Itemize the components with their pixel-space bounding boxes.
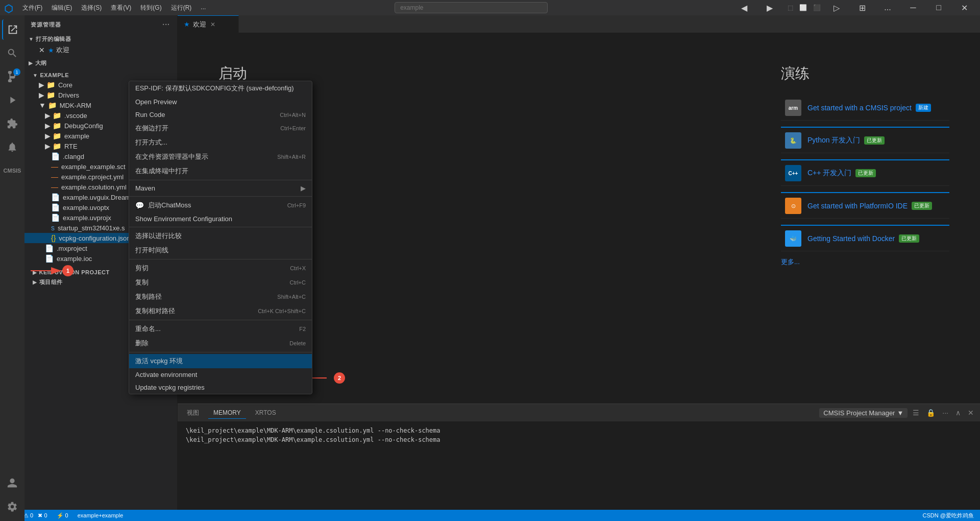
menu-run[interactable]: 运行(R) [167,2,196,14]
sidebar-title: 资源管理器 [31,21,61,29]
activity-settings[interactable] [2,496,22,517]
ctx-chatmoss[interactable]: 💬 启动ChatMoss Ctrl+F9 [129,198,312,212]
ctx-copy[interactable]: 复制 Ctrl+C [129,275,312,290]
status-csdn[interactable]: CSDN @爱吃炸鸡鱼 [921,512,976,519]
activity-notifications[interactable] [2,137,22,157]
ctx-copy-path-label: 复制路径 [135,292,277,301]
terminal-collapse-icon[interactable]: ∧ [953,408,963,418]
nav-forward[interactable]: ▶ [758,0,781,15]
terminal-line-2: \keil_project\example\MDK-ARM\example.cs… [186,435,972,444]
terminal-tab-memory[interactable]: MEMORY [208,407,246,419]
ctx-copy-label: 复制 [135,278,290,287]
terminal-menu-icon[interactable]: ☰ [911,408,921,418]
status-sync[interactable]: ⚡ 0 [55,512,70,519]
ctx-copy-path-shortcut: Shift+Alt+C [277,294,306,300]
file-icon-sct: — [51,162,58,171]
maximize-button[interactable]: □ [927,0,950,15]
activity-run[interactable] [2,90,22,110]
menu-select[interactable]: 选择(S) [77,2,106,14]
menu-more[interactable]: ... [197,2,210,14]
folder-icon-example: ▶ 📁 [45,132,61,140]
search-input[interactable] [395,2,548,13]
ctx-run-code[interactable]: Run Code Ctrl+Alt+N [129,108,312,121]
folder-icon-vscode: ▶ 📁 [45,111,61,120]
ctx-sep-2 [129,196,312,197]
activity-extensions[interactable] [2,113,22,134]
ctx-sep-1 [129,180,312,180]
terminal-close-icon[interactable]: ✕ [966,408,976,418]
terminal-tabs: 视图 MEMORY XRTOS CMSIS Project Manager ▼ … [178,404,980,422]
exercise-pio[interactable]: ⊙ Get started with PlatformIO IDE 已更新 [781,194,949,219]
terminal-tab-xrtos[interactable]: XRTOS [250,407,281,418]
ctx-delete[interactable]: 删除 Delete [129,336,312,350]
tree-label-core: Core [58,81,72,89]
open-editor-welcome[interactable]: ✕ ★ 欢迎 [24,44,177,56]
ctx-cut[interactable]: 剪切 Ctrl+X [129,261,312,275]
status-errors[interactable]: ⚠ 0 ✖ 0 [21,512,50,519]
welcome-right-panel: 演练 arm Get started with a CMSIS project … [750,33,980,404]
exercise-cpp[interactable]: C++ C++ 开发入门 已更新 [781,161,949,186]
tab-close-btn[interactable]: ✕ [209,20,216,29]
tree-label-uvoptx: example.uvoptx [63,204,109,211]
more-link[interactable]: 更多... [781,257,949,267]
outline-header[interactable]: ▶ 大纲 [24,58,177,68]
nav-back[interactable]: ◀ [732,0,756,15]
activity-bar: 1 CMSIS [0,15,24,521]
search-bar [210,2,732,13]
ctx-timeline-label: 打开时间线 [135,246,306,255]
more-button[interactable]: ... [876,0,899,15]
terminal-lock-icon[interactable]: 🔒 [924,408,937,418]
tab-welcome[interactable]: ★ 欢迎 ✕ [178,15,239,33]
sidebar-more-btn[interactable]: ··· [161,19,171,30]
activity-account[interactable] [2,473,22,493]
menu-edit[interactable]: 编辑(E) [47,2,76,14]
run-button[interactable]: ▷ [825,0,848,15]
ctx-maven[interactable]: Maven ▶ [129,182,312,195]
ctx-espressif[interactable]: ESP-IDF: 保存默认SDKCONFIG文件 (save-defconfig… [129,81,312,96]
activity-cmsis[interactable]: CMSIS [2,160,22,181]
menu-goto[interactable]: 转到(G) [136,2,165,14]
layout-btn-3[interactable]: ⬛ [811,2,823,13]
minimize-button[interactable]: ─ [901,0,925,15]
file-icon-clangd: 📄 [51,152,60,160]
ctx-compare[interactable]: 选择以进行比较 [129,229,312,243]
activity-source-control[interactable]: 1 [2,66,22,87]
ctx-open-side[interactable]: 在侧边打开 Ctrl+Enter [129,121,312,135]
ctx-activate-vcpkg[interactable]: 激活 vcpkg 环境 [129,354,312,368]
ctx-rename[interactable]: 重命名... F2 [129,322,312,336]
ctx-copy-rel-path[interactable]: 复制相对路径 Ctrl+K Ctrl+Shift+C [129,304,312,318]
ctx-reveal[interactable]: 在文件资源管理器中显示 Shift+Alt+R [129,150,312,164]
components-chevron: ▶ [33,279,37,285]
ctx-rename-label: 重命名... [135,324,299,334]
ctx-open-with-label: 打开方式... [135,138,306,147]
python-progress [781,159,949,160]
menu-view[interactable]: 查看(V) [107,2,135,14]
exercise-docker[interactable]: 🐳 Getting Started with Docker 已更新 [781,226,949,251]
ctx-reveal-shortcut: Shift+Alt+R [277,154,306,160]
status-branch[interactable]: example+example [76,512,126,518]
ctx-update-vcpkg[interactable]: Update vcpkg registries [129,381,312,394]
example-header[interactable]: ▼ EXAMPLE [24,70,177,80]
ctx-timeline[interactable]: 打开时间线 [129,243,312,257]
layout-button[interactable]: ⊞ [850,0,874,15]
folder-icon-rte: ▶ 📁 [45,142,61,150]
cmsis-manager-dropdown[interactable]: CMSIS Project Manager ▼ [819,408,908,418]
menu-file[interactable]: 文件(F) [18,2,46,14]
open-editors-header[interactable]: ▼ 打开的编辑器 [24,34,177,44]
ctx-open-preview[interactable]: Open Preview [129,96,312,108]
ctx-open-with[interactable]: 打开方式... [129,135,312,150]
close-button[interactable]: ✕ [952,0,976,15]
layout-btn-1[interactable]: ⬚ [786,2,795,13]
activity-explorer[interactable] [2,19,22,40]
ctx-run-code-label: Run Code [135,111,280,119]
ctx-open-terminal[interactable]: 在集成终端中打开 [129,164,312,178]
terminal-tab-view[interactable]: 视图 [182,407,204,419]
ctx-activate-env[interactable]: Activate environment [129,368,312,381]
exercise-cmsis[interactable]: arm Get started with a CMSIS project 新建 [781,96,949,121]
ctx-copy-path[interactable]: 复制路径 Shift+Alt+C [129,290,312,304]
activity-search[interactable] [2,43,22,63]
layout-btn-2[interactable]: ⬜ [797,2,809,13]
exercise-python[interactable]: 🐍 Python 开发入门 已更新 [781,128,949,153]
terminal-more-icon[interactable]: ··· [940,408,950,418]
ctx-env-config[interactable]: Show Environment Configuration [129,212,312,225]
